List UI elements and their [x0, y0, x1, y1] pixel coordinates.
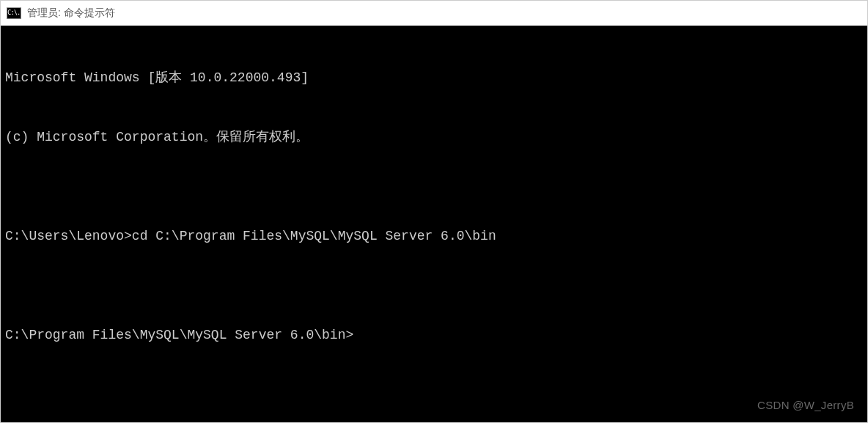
titlebar[interactable]: C:\. 管理员: 命令提示符	[1, 1, 867, 26]
terminal-output-line: (c) Microsoft Corporation。保留所有权利。	[5, 128, 863, 147]
terminal-area[interactable]: Microsoft Windows [版本 10.0.22000.493] (c…	[1, 26, 867, 422]
terminal-output-line: Microsoft Windows [版本 10.0.22000.493]	[5, 68, 863, 88]
terminal-command: cd C:\Program Files\MySQL\MySQL Server 6…	[132, 229, 496, 243]
terminal-prompt: C:\Program Files\MySQL\MySQL Server 6.0\…	[5, 328, 353, 342]
cmd-icon-text: C:\.	[7, 10, 20, 16]
watermark: CSDN @W_JerryB	[757, 397, 854, 414]
cmd-icon: C:\.	[7, 7, 21, 19]
terminal-prompt: C:\Users\Lenovo>	[5, 229, 132, 243]
window-title: 管理员: 命令提示符	[27, 7, 115, 20]
terminal-command-line: C:\Users\Lenovo>cd C:\Program Files\MySQ…	[5, 227, 863, 246]
command-prompt-window: C:\. 管理员: 命令提示符 Microsoft Windows [版本 10…	[0, 0, 868, 423]
terminal-prompt-line: C:\Program Files\MySQL\MySQL Server 6.0\…	[5, 325, 863, 345]
